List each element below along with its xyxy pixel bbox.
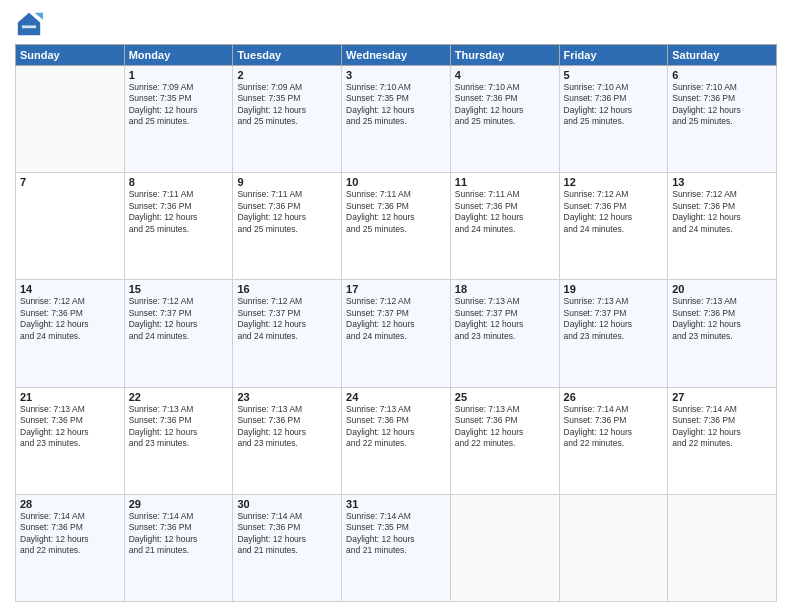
calendar-cell: 1Sunrise: 7:09 AM Sunset: 7:35 PM Daylig… bbox=[124, 66, 233, 173]
cell-content: Sunrise: 7:14 AM Sunset: 7:36 PM Dayligh… bbox=[672, 404, 772, 450]
calendar-week-row: 1Sunrise: 7:09 AM Sunset: 7:35 PM Daylig… bbox=[16, 66, 777, 173]
day-number: 29 bbox=[129, 498, 229, 510]
day-number: 4 bbox=[455, 69, 555, 81]
cell-content: Sunrise: 7:12 AM Sunset: 7:36 PM Dayligh… bbox=[564, 189, 664, 235]
calendar-cell: 16Sunrise: 7:12 AM Sunset: 7:37 PM Dayli… bbox=[233, 280, 342, 387]
calendar-cell: 18Sunrise: 7:13 AM Sunset: 7:37 PM Dayli… bbox=[450, 280, 559, 387]
calendar-cell: 13Sunrise: 7:12 AM Sunset: 7:36 PM Dayli… bbox=[668, 173, 777, 280]
calendar-cell: 19Sunrise: 7:13 AM Sunset: 7:37 PM Dayli… bbox=[559, 280, 668, 387]
day-number: 18 bbox=[455, 283, 555, 295]
day-number: 31 bbox=[346, 498, 446, 510]
day-number: 5 bbox=[564, 69, 664, 81]
cell-content: Sunrise: 7:14 AM Sunset: 7:35 PM Dayligh… bbox=[346, 511, 446, 557]
calendar-cell: 2Sunrise: 7:09 AM Sunset: 7:35 PM Daylig… bbox=[233, 66, 342, 173]
day-number: 1 bbox=[129, 69, 229, 81]
cell-content: Sunrise: 7:12 AM Sunset: 7:37 PM Dayligh… bbox=[129, 296, 229, 342]
cell-content: Sunrise: 7:12 AM Sunset: 7:36 PM Dayligh… bbox=[20, 296, 120, 342]
cell-content: Sunrise: 7:12 AM Sunset: 7:37 PM Dayligh… bbox=[346, 296, 446, 342]
calendar-cell: 9Sunrise: 7:11 AM Sunset: 7:36 PM Daylig… bbox=[233, 173, 342, 280]
calendar-header-row: SundayMondayTuesdayWednesdayThursdayFrid… bbox=[16, 45, 777, 66]
day-number: 12 bbox=[564, 176, 664, 188]
day-number: 6 bbox=[672, 69, 772, 81]
calendar-week-row: 78Sunrise: 7:11 AM Sunset: 7:36 PM Dayli… bbox=[16, 173, 777, 280]
day-number: 7 bbox=[20, 176, 120, 188]
calendar-cell: 25Sunrise: 7:13 AM Sunset: 7:36 PM Dayli… bbox=[450, 387, 559, 494]
cell-content: Sunrise: 7:14 AM Sunset: 7:36 PM Dayligh… bbox=[20, 511, 120, 557]
day-number: 16 bbox=[237, 283, 337, 295]
day-number: 13 bbox=[672, 176, 772, 188]
calendar-cell: 8Sunrise: 7:11 AM Sunset: 7:36 PM Daylig… bbox=[124, 173, 233, 280]
cell-content: Sunrise: 7:14 AM Sunset: 7:36 PM Dayligh… bbox=[564, 404, 664, 450]
calendar-cell: 11Sunrise: 7:11 AM Sunset: 7:36 PM Dayli… bbox=[450, 173, 559, 280]
calendar-cell: 12Sunrise: 7:12 AM Sunset: 7:36 PM Dayli… bbox=[559, 173, 668, 280]
calendar-cell: 26Sunrise: 7:14 AM Sunset: 7:36 PM Dayli… bbox=[559, 387, 668, 494]
calendar-header-cell: Thursday bbox=[450, 45, 559, 66]
calendar-cell: 21Sunrise: 7:13 AM Sunset: 7:36 PM Dayli… bbox=[16, 387, 125, 494]
calendar-cell: 3Sunrise: 7:10 AM Sunset: 7:35 PM Daylig… bbox=[342, 66, 451, 173]
cell-content: Sunrise: 7:13 AM Sunset: 7:36 PM Dayligh… bbox=[129, 404, 229, 450]
calendar-cell bbox=[450, 494, 559, 601]
cell-content: Sunrise: 7:13 AM Sunset: 7:37 PM Dayligh… bbox=[564, 296, 664, 342]
calendar-week-row: 28Sunrise: 7:14 AM Sunset: 7:36 PM Dayli… bbox=[16, 494, 777, 601]
calendar-week-row: 21Sunrise: 7:13 AM Sunset: 7:36 PM Dayli… bbox=[16, 387, 777, 494]
calendar-cell: 14Sunrise: 7:12 AM Sunset: 7:36 PM Dayli… bbox=[16, 280, 125, 387]
cell-content: Sunrise: 7:11 AM Sunset: 7:36 PM Dayligh… bbox=[346, 189, 446, 235]
day-number: 3 bbox=[346, 69, 446, 81]
calendar-cell: 10Sunrise: 7:11 AM Sunset: 7:36 PM Dayli… bbox=[342, 173, 451, 280]
day-number: 30 bbox=[237, 498, 337, 510]
calendar-cell: 23Sunrise: 7:13 AM Sunset: 7:36 PM Dayli… bbox=[233, 387, 342, 494]
calendar-header-cell: Wednesday bbox=[342, 45, 451, 66]
cell-content: Sunrise: 7:13 AM Sunset: 7:37 PM Dayligh… bbox=[455, 296, 555, 342]
day-number: 25 bbox=[455, 391, 555, 403]
header bbox=[15, 10, 777, 38]
cell-content: Sunrise: 7:14 AM Sunset: 7:36 PM Dayligh… bbox=[129, 511, 229, 557]
calendar-cell: 6Sunrise: 7:10 AM Sunset: 7:36 PM Daylig… bbox=[668, 66, 777, 173]
calendar-cell: 17Sunrise: 7:12 AM Sunset: 7:37 PM Dayli… bbox=[342, 280, 451, 387]
calendar-header-cell: Tuesday bbox=[233, 45, 342, 66]
calendar-cell: 30Sunrise: 7:14 AM Sunset: 7:36 PM Dayli… bbox=[233, 494, 342, 601]
cell-content: Sunrise: 7:10 AM Sunset: 7:36 PM Dayligh… bbox=[455, 82, 555, 128]
cell-content: Sunrise: 7:10 AM Sunset: 7:35 PM Dayligh… bbox=[346, 82, 446, 128]
calendar-cell: 4Sunrise: 7:10 AM Sunset: 7:36 PM Daylig… bbox=[450, 66, 559, 173]
day-number: 11 bbox=[455, 176, 555, 188]
day-number: 28 bbox=[20, 498, 120, 510]
cell-content: Sunrise: 7:13 AM Sunset: 7:36 PM Dayligh… bbox=[346, 404, 446, 450]
day-number: 9 bbox=[237, 176, 337, 188]
svg-marker-0 bbox=[18, 13, 40, 35]
cell-content: Sunrise: 7:10 AM Sunset: 7:36 PM Dayligh… bbox=[672, 82, 772, 128]
cell-content: Sunrise: 7:12 AM Sunset: 7:37 PM Dayligh… bbox=[237, 296, 337, 342]
cell-content: Sunrise: 7:10 AM Sunset: 7:36 PM Dayligh… bbox=[564, 82, 664, 128]
calendar-cell bbox=[668, 494, 777, 601]
logo-icon bbox=[15, 10, 43, 38]
day-number: 19 bbox=[564, 283, 664, 295]
cell-content: Sunrise: 7:11 AM Sunset: 7:36 PM Dayligh… bbox=[129, 189, 229, 235]
day-number: 10 bbox=[346, 176, 446, 188]
day-number: 2 bbox=[237, 69, 337, 81]
calendar: SundayMondayTuesdayWednesdayThursdayFrid… bbox=[15, 44, 777, 602]
day-number: 14 bbox=[20, 283, 120, 295]
calendar-cell: 7 bbox=[16, 173, 125, 280]
day-number: 27 bbox=[672, 391, 772, 403]
logo bbox=[15, 10, 47, 38]
cell-content: Sunrise: 7:12 AM Sunset: 7:36 PM Dayligh… bbox=[672, 189, 772, 235]
calendar-cell: 20Sunrise: 7:13 AM Sunset: 7:36 PM Dayli… bbox=[668, 280, 777, 387]
day-number: 8 bbox=[129, 176, 229, 188]
page: SundayMondayTuesdayWednesdayThursdayFrid… bbox=[0, 0, 792, 612]
day-number: 21 bbox=[20, 391, 120, 403]
calendar-cell: 5Sunrise: 7:10 AM Sunset: 7:36 PM Daylig… bbox=[559, 66, 668, 173]
day-number: 26 bbox=[564, 391, 664, 403]
calendar-header-cell: Monday bbox=[124, 45, 233, 66]
cell-content: Sunrise: 7:13 AM Sunset: 7:36 PM Dayligh… bbox=[672, 296, 772, 342]
calendar-header-cell: Sunday bbox=[16, 45, 125, 66]
cell-content: Sunrise: 7:11 AM Sunset: 7:36 PM Dayligh… bbox=[455, 189, 555, 235]
calendar-week-row: 14Sunrise: 7:12 AM Sunset: 7:36 PM Dayli… bbox=[16, 280, 777, 387]
day-number: 17 bbox=[346, 283, 446, 295]
calendar-cell: 15Sunrise: 7:12 AM Sunset: 7:37 PM Dayli… bbox=[124, 280, 233, 387]
cell-content: Sunrise: 7:09 AM Sunset: 7:35 PM Dayligh… bbox=[129, 82, 229, 128]
day-number: 24 bbox=[346, 391, 446, 403]
cell-content: Sunrise: 7:11 AM Sunset: 7:36 PM Dayligh… bbox=[237, 189, 337, 235]
calendar-cell: 31Sunrise: 7:14 AM Sunset: 7:35 PM Dayli… bbox=[342, 494, 451, 601]
calendar-cell bbox=[559, 494, 668, 601]
cell-content: Sunrise: 7:13 AM Sunset: 7:36 PM Dayligh… bbox=[455, 404, 555, 450]
calendar-cell: 28Sunrise: 7:14 AM Sunset: 7:36 PM Dayli… bbox=[16, 494, 125, 601]
